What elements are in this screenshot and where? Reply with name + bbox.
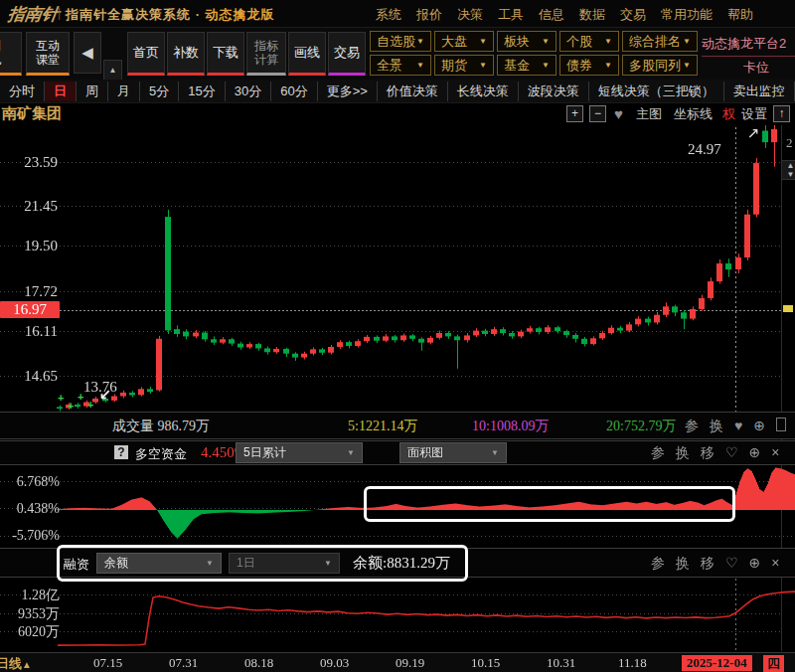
spin-up-button[interactable]: ▲ (103, 60, 122, 82)
period-dropdown[interactable]: 1日▼ (229, 553, 340, 574)
caret-icon: ▼ (683, 61, 691, 70)
tab-monthly[interactable]: 月 (108, 82, 140, 101)
help-icon[interactable]: ? (114, 445, 128, 459)
param-button[interactable]: 参 (651, 444, 665, 462)
main-map-button[interactable]: 主图 (636, 105, 662, 123)
param-button[interactable]: 参 (685, 418, 699, 435)
dropdown-funds[interactable]: 基金▼ (497, 55, 556, 76)
switch-button[interactable]: 换 (676, 555, 690, 573)
back-arrow-button[interactable]: ◀ (74, 32, 101, 74)
tab-60min[interactable]: 60分 (271, 82, 317, 101)
amount-label: 9353万 (0, 605, 60, 623)
interactive-classroom-button[interactable]: 互动 课堂 (26, 32, 70, 76)
draw-line-label: 画线 (294, 46, 320, 60)
right-axis-fragment: 2 (786, 135, 793, 151)
pop-out-button[interactable]: ↑ (773, 105, 790, 122)
candlestick-chart[interactable] (0, 125, 795, 412)
switch-button[interactable]: 换 (676, 444, 690, 462)
tab-weekly[interactable]: 周 (77, 82, 108, 101)
favorite-heart-icon[interactable]: ♡ (725, 444, 738, 462)
menu-system[interactable]: 系统 (376, 6, 401, 24)
move-button[interactable]: 移 (701, 555, 715, 573)
date-tick: 09.03 (320, 655, 349, 671)
settings-button[interactable]: 设置 (741, 105, 767, 123)
caret-icon: ▼ (479, 37, 487, 46)
favorite-heart-icon[interactable]: ♡ (725, 555, 738, 573)
favorite-heart-icon[interactable]: ♥ (734, 418, 742, 435)
watchlist-label: 自选股 (377, 33, 415, 51)
tab-longterm-decision[interactable]: 长线决策 (448, 82, 519, 101)
menu-trade[interactable]: 交易 (620, 6, 646, 24)
platform-tab[interactable]: 动态擒龙平台2 (702, 35, 795, 57)
move-button[interactable]: 移 (701, 444, 715, 462)
tab-15min[interactable]: 15分 (179, 82, 225, 101)
favorite-heart-icon[interactable]: ♥ (614, 105, 623, 122)
market-label: 大盘 (441, 33, 467, 51)
signal-plus-mark: + (68, 400, 74, 412)
tab-sell-monitor[interactable]: 卖出监控 (724, 82, 795, 101)
menu-tools[interactable]: 工具 (498, 6, 524, 24)
dropdown-stock[interactable]: 个股▼ (559, 31, 619, 52)
home-button[interactable]: 首页 (127, 32, 165, 76)
tab-daily[interactable]: 日 (45, 82, 77, 101)
indicator-row: ? 多空资金 4.450% 5日累计▼ 面积图▼ 参 换 移 ♡ ⊕ × (0, 440, 795, 465)
clipped-left-button[interactable]: 刂 也 (0, 32, 22, 76)
date-tick: 09.19 (396, 655, 424, 671)
clipped-tool-icon[interactable] (776, 418, 786, 431)
caret-icon: ▼ (416, 61, 424, 70)
menu-data[interactable]: 数据 (579, 6, 605, 24)
menu-help[interactable]: 帮助 (727, 6, 753, 24)
patch-data-button[interactable]: 补数 (167, 32, 205, 76)
dropdown-watchlist[interactable]: 自选股▼ (370, 31, 431, 52)
tab-shortterm-decision[interactable]: 短线决策（三把锁） (589, 82, 724, 101)
indicator-calc-button[interactable]: 指标 计算 (246, 32, 286, 76)
tab-more[interactable]: 更多>> (318, 82, 378, 101)
trading-app-window: 指南针 | 指南针全赢决策系统 · 动态擒龙版 系统 报价 决策 工具 信息 数… (0, 0, 795, 672)
bonds-label: 债券 (566, 57, 592, 75)
dropdown-bonds[interactable]: 债券▼ (559, 55, 619, 76)
magnify-icon[interactable]: ⊕ (749, 555, 761, 573)
caret-icon: ▼ (604, 37, 612, 46)
axis-line-button[interactable]: 坐标线 (674, 105, 713, 123)
download-button[interactable]: 下载 (207, 32, 244, 76)
multistock-label: 多股同列 (629, 57, 681, 75)
menu-decision[interactable]: 决策 (457, 6, 483, 24)
balance-dropdown[interactable]: 余额▼ (96, 553, 222, 574)
dropdown-futures[interactable]: 期货▼ (434, 55, 494, 76)
menu-quotes[interactable]: 报价 (416, 6, 442, 24)
trade-button[interactable]: 交易 (328, 32, 366, 76)
date-tick: 10.31 (547, 655, 575, 671)
zoom-out-button[interactable]: − (589, 105, 606, 122)
dropdown-multistock[interactable]: 多股同列▼ (622, 55, 698, 76)
accumulate-dropdown[interactable]: 5日累计▼ (236, 442, 363, 463)
draw-line-button[interactable]: 画线 (288, 32, 326, 76)
mood-area-chart[interactable] (0, 463, 795, 545)
menu-common[interactable]: 常用功能 (661, 6, 713, 24)
tab-5min[interactable]: 5分 (140, 82, 179, 101)
zoom-in-button[interactable]: + (566, 105, 583, 122)
close-icon[interactable]: × (771, 444, 779, 462)
caret-icon: ▼ (479, 61, 487, 70)
dropdown-panorama[interactable]: 全景▼ (370, 55, 431, 76)
magnify-icon[interactable]: ⊕ (753, 418, 765, 435)
finance-line-chart[interactable] (0, 579, 795, 651)
magnify-icon[interactable]: ⊕ (749, 444, 761, 462)
tab-swing-decision[interactable]: 波段决策 (519, 82, 589, 101)
dropdown-sector[interactable]: 板块▼ (497, 31, 556, 52)
tab-value-decision[interactable]: 价值决策 (378, 82, 448, 101)
volume-title: 成交量 (112, 419, 154, 433)
param-button[interactable]: 参 (651, 555, 665, 573)
tab-30min[interactable]: 30分 (226, 82, 271, 101)
volume-ma10: 10:1008.09万 (472, 418, 549, 435)
switch-button[interactable]: 换 (710, 418, 723, 435)
period-dropdown-value: 1日 (237, 555, 255, 572)
charttype-dropdown[interactable]: 面积图▼ (399, 442, 507, 463)
close-icon[interactable]: × (771, 555, 779, 573)
menu-info[interactable]: 信息 (539, 6, 564, 24)
tab-intraday[interactable]: 分时 (0, 82, 45, 101)
dropdown-ranking[interactable]: 综合排名▼ (622, 31, 698, 52)
period-axis-label: 日线▲ (0, 655, 32, 672)
slot-tab[interactable]: 卡位 (743, 59, 769, 77)
rights-adjust-button[interactable]: 权 (722, 105, 735, 123)
dropdown-market[interactable]: 大盘▼ (434, 31, 494, 52)
